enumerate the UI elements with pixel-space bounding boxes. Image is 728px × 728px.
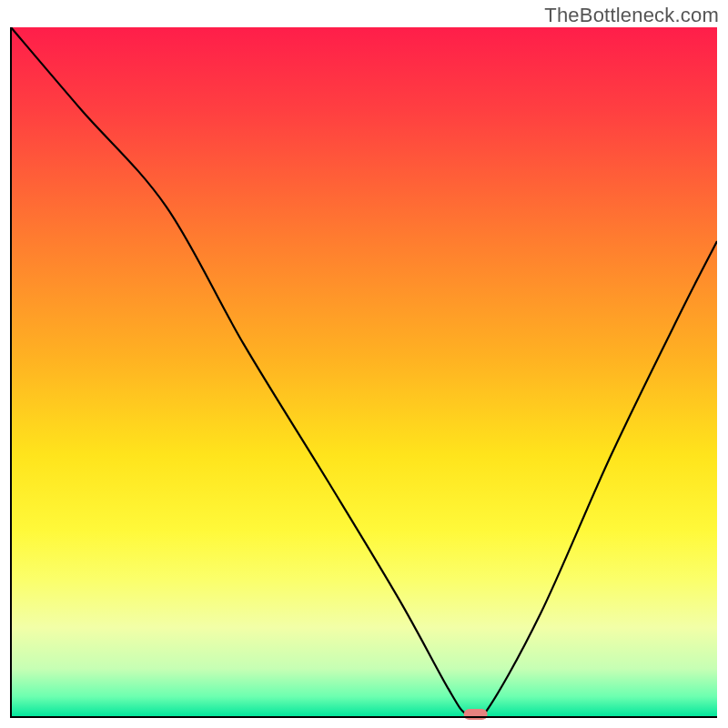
- heat-gradient: [11, 27, 717, 717]
- watermark-text: TheBottleneck.com: [544, 4, 719, 27]
- optimum-marker: [464, 709, 488, 720]
- bottleneck-chart: TheBottleneck.com: [0, 0, 728, 728]
- chart-svg: [0, 0, 728, 728]
